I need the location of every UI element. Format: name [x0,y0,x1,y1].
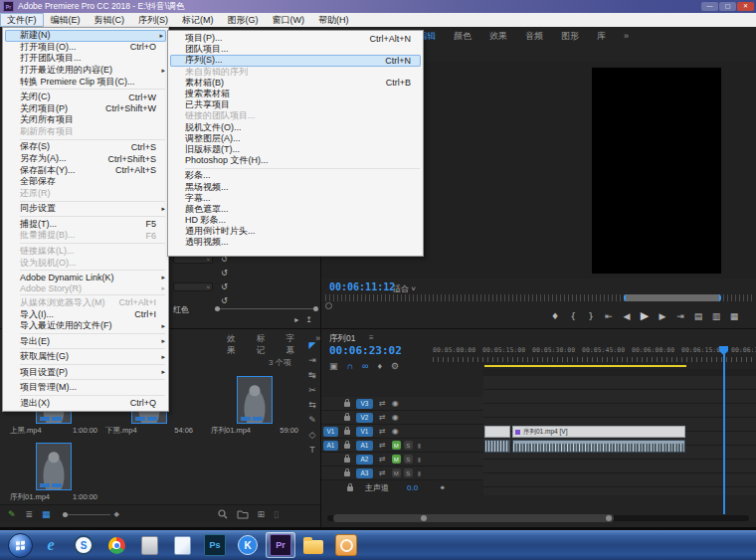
ripple-edit-tool[interactable]: ↹ [308,371,316,380]
file-menu-item[interactable]: 链接媒体(L)... ▸ [3,246,168,258]
submenu-item[interactable]: 透明视频... ▸ [168,237,423,248]
file-menu-item[interactable]: 新建(N) ▸ [5,30,166,42]
timeline-panel-menu-icon[interactable]: ≡ [369,333,374,342]
lift-button[interactable]: ▤ [692,311,704,321]
program-scroll-handle[interactable] [325,302,332,309]
zoom-level-select[interactable]: 适合 ˅ [393,283,416,294]
sync-lock-icon[interactable]: ⇄ [379,455,386,464]
file-menu-item[interactable]: ▸ [20,270,165,271]
reset-parameter-icon[interactable]: ↺ [221,282,228,291]
video-track-header[interactable]: V2 ⇄ ◉ [321,411,483,425]
menu-bar-item[interactable]: 编辑(E) [44,13,88,27]
file-menu-item[interactable]: 从媒体浏览器导入(M) Ctrl+Alt+I ▸ [3,297,168,309]
hand-tool[interactable]: ◇ [309,431,316,440]
file-menu-item[interactable]: Adobe Story(R) ▸ [3,282,168,293]
track-lock-icon[interactable] [347,486,353,491]
master-level-value[interactable]: 0.0 [407,483,418,492]
menu-bar-item[interactable]: 图形(G) [221,13,266,27]
sync-lock-icon[interactable]: ⇄ [379,427,386,436]
file-menu-item[interactable]: 全部保存 ▸ [3,176,168,188]
project-panel-tab[interactable]: 效果 [227,333,243,357]
step-back-button[interactable]: ◀ [621,311,633,321]
file-menu-item[interactable]: 设为脱机(O)... ▸ [3,257,168,269]
timeline-timecode[interactable]: 00:06:23:02 [329,344,402,357]
selection-tool[interactable]: ◤ [309,341,316,350]
panel-divider-horizontal[interactable] [320,328,756,329]
sync-lock-icon[interactable]: ⇄ [379,468,386,477]
track-target-badge[interactable]: V3 [356,399,373,409]
menu-bar-item[interactable]: 序列(S) [131,13,175,27]
audio-track-header[interactable]: A3 ⇄ M S ▮ [321,467,483,480]
file-menu-item[interactable]: 转换 Premiere Clip 项目(C)... ▸ [3,76,168,88]
序列01.mp4[interactable]: 序列01.mp41:00:00 [8,443,99,502]
reset-parameter-icon[interactable]: ↺ [221,296,228,305]
audio-track-header[interactable]: A1 A1 ⇄ M S ▮ [321,439,483,453]
snap-icon[interactable]: ∩ [347,361,353,371]
nest-insert-icon[interactable]: ▣ [329,361,338,371]
toggle-track-output-icon[interactable]: ◉ [392,427,399,436]
file-menu-item[interactable]: 关闭所有项目 ▸ [3,114,168,126]
sync-lock-icon[interactable]: ⇄ [379,441,386,450]
file-menu-item[interactable]: 捕捉(T)... F5 ▸ [3,219,168,231]
thumbnail-zoom-slider[interactable] [63,514,110,515]
taskbar-app-button[interactable] [167,532,197,558]
track-target-badge[interactable]: A2 [356,455,373,465]
slip-tool[interactable]: ⇆ [308,401,316,410]
file-menu-item[interactable]: Adobe Dynamic Link(K) ▸ [3,273,168,283]
序列01.mp4[interactable]: 序列01.mp459:00 [209,376,300,436]
file-menu-item[interactable]: 刷新所有项目 ▸ [3,126,168,138]
file-menu-item[interactable]: 另存为(A)... Ctrl+Shift+S ▸ [3,153,168,165]
taskbar-app-button[interactable] [331,532,361,558]
workspace-tab[interactable]: 图形 [561,30,579,43]
menu-bar-item[interactable]: 帮助(H) [311,13,356,27]
extract-button[interactable]: ▥ [710,311,722,321]
audio-track-header[interactable]: A2 ⇄ M S ▮ [321,453,483,467]
project-panel-tab[interactable]: 标记 [257,333,273,357]
track-lock-icon[interactable] [344,416,350,421]
file-menu-item[interactable]: 保存(S) Ctrl+S ▸ [3,141,168,153]
solo-track-button[interactable]: S [404,468,413,477]
file-menu-item[interactable]: 打开团队项目... ▸ [3,53,168,65]
file-menu-item[interactable]: 关闭(C) Ctrl+W ▸ [3,92,168,103]
timeline-scrollbar[interactable] [333,514,614,522]
timeline-settings-icon[interactable]: ⚙ [391,361,399,371]
master-track-header[interactable]: 主声道 0.0 ◂▸ [321,480,483,494]
solo-track-button[interactable]: S [404,441,413,450]
search-icon[interactable] [218,509,228,519]
taskbar-sogou-button[interactable]: S [69,532,98,558]
file-menu-item[interactable]: 打开项目(O)... Ctrl+O ▸ [3,42,168,54]
video-track-header[interactable]: V3 ⇄ ◉ [321,397,483,411]
track-lock-icon[interactable] [344,471,350,476]
list-view-icon[interactable]: ≣ [26,509,34,519]
scrollbar-handle[interactable] [421,515,427,521]
go-to-in-button[interactable]: ⇤ [603,311,615,321]
track-target-badge[interactable]: V2 [356,413,373,423]
source-assign-badge[interactable]: A1 [323,441,338,451]
track-lock-icon[interactable] [344,402,350,407]
file-menu-item[interactable]: 保存副本(Y)... Ctrl+Alt+S ▸ [3,164,168,176]
file-menu-item[interactable]: 还原(R) ▸ [3,188,168,200]
video-clip-segment[interactable] [484,426,510,438]
sync-lock-icon[interactable]: ⇄ [379,413,386,422]
file-menu-item[interactable]: 关闭项目(P) Ctrl+Shift+W ▸ [3,102,168,114]
export-icon[interactable]: ↥ [305,315,312,324]
workspace-tab[interactable]: 库 [597,30,606,43]
file-menu-item[interactable]: 导入最近使用的文件(F) ▸ [3,320,168,332]
file-menu-item[interactable]: 同步设置 ▸ [3,203,168,215]
icon-view-icon[interactable]: ▦ [42,509,51,519]
taskbar-app-button[interactable] [134,532,164,558]
file-menu-item[interactable]: 打开最近使用的内容(E) ▸ [3,65,168,77]
taskbar-kuaishou-button[interactable]: K [233,532,263,558]
program-timecode[interactable]: 00:06:11:12 [329,281,395,292]
taskbar-premiere-button[interactable]: Pr [266,532,295,558]
track-select-forward-tool[interactable]: ⇥ [308,356,316,365]
mark-out-button[interactable]: } [585,311,597,321]
add-marker-button[interactable]: ♦ [549,311,561,321]
minimize-button[interactable]: — [701,2,718,11]
menu-bar-item[interactable]: 窗口(W) [266,13,312,27]
maximize-button[interactable]: ▢ [719,2,736,11]
scrollbar-handle[interactable] [606,515,612,521]
media-thumbnail[interactable] [36,443,72,490]
reset-parameter-icon[interactable]: ↺ [221,269,228,278]
project-panel-tab[interactable]: 字幕 [286,333,302,357]
